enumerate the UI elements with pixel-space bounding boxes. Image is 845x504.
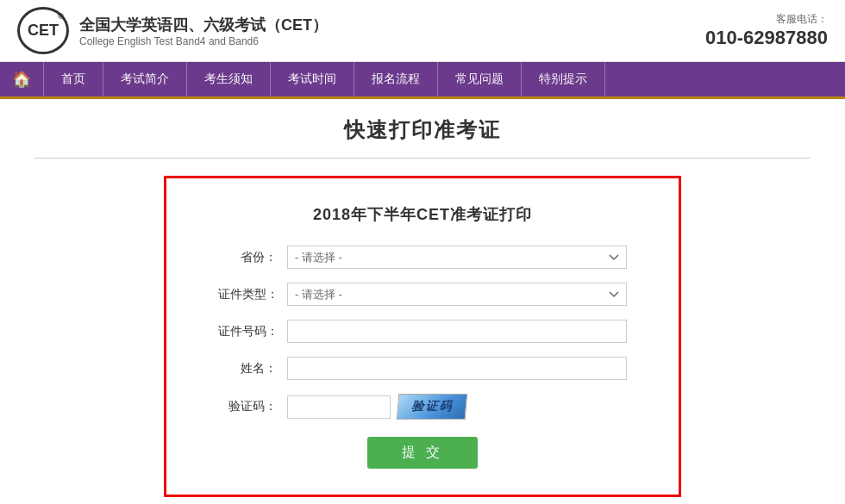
contact-label: 客服电话：: [705, 12, 828, 27]
nav-item-faq[interactable]: 常见问题: [438, 62, 522, 96]
navbar: 🏠 首页 考试简介 考生须知 考试时间 报名流程 常见问题 特别提示: [0, 62, 845, 96]
cert-number-control: [287, 320, 627, 343]
form-container: 2018年下半年CET准考证打印 省份： - 请选择 - 证件类型： - 请选择…: [164, 176, 681, 497]
submit-button[interactable]: 提 交: [367, 437, 478, 469]
province-label: 省份：: [218, 250, 287, 265]
site-title-cn: 全国大学英语四、六级考试（CET）: [79, 15, 328, 35]
cert-number-input[interactable]: [287, 320, 627, 343]
province-row: 省份： - 请选择 -: [218, 246, 627, 269]
logo-area: CET ® 全国大学英语四、六级考试（CET） College English …: [17, 7, 328, 54]
main-content: 快速打印准考证 2018年下半年CET准考证打印 省份： - 请选择 - 证件类…: [0, 99, 845, 504]
captcha-control: 验证码: [287, 394, 627, 420]
province-control: - 请选择 -: [287, 246, 627, 269]
captcha-label: 验证码：: [218, 399, 287, 414]
name-control: [287, 357, 627, 380]
cert-type-row: 证件类型： - 请选择 -: [218, 283, 627, 306]
nav-item-home[interactable]: 首页: [44, 62, 103, 96]
cet-logo: CET ®: [17, 7, 69, 54]
nav-item-intro[interactable]: 考试简介: [103, 62, 187, 96]
page-title: 快速打印准考证: [34, 116, 811, 144]
logo-text-area: 全国大学英语四、六级考试（CET） College English Test B…: [79, 15, 328, 47]
cert-type-label: 证件类型：: [218, 287, 287, 302]
cert-type-select[interactable]: - 请选择 -: [287, 283, 627, 306]
nav-home-icon[interactable]: 🏠: [0, 62, 44, 96]
site-title-en: College English Test Band4 and Band6: [79, 35, 328, 47]
nav-item-notice[interactable]: 考生须知: [187, 62, 271, 96]
captcha-row: 验证码： 验证码: [218, 394, 627, 420]
site-header: CET ® 全国大学英语四、六级考试（CET） College English …: [0, 0, 845, 62]
cert-number-label: 证件号码：: [218, 324, 287, 339]
nav-item-time[interactable]: 考试时间: [271, 62, 354, 96]
name-input[interactable]: [287, 357, 627, 380]
logo-cet-text: CET: [28, 22, 59, 40]
form-title: 2018年下半年CET准考证打印: [218, 204, 627, 225]
contact-phone: 010-62987880: [705, 27, 828, 49]
contact-area: 客服电话： 010-62987880: [705, 12, 828, 49]
province-select[interactable]: - 请选择 -: [287, 246, 627, 269]
cert-number-row: 证件号码：: [218, 320, 627, 343]
cert-type-control: - 请选择 -: [287, 283, 627, 306]
logo-registered: ®: [58, 12, 64, 21]
captcha-group: 验证码: [287, 394, 627, 420]
captcha-image[interactable]: 验证码: [397, 394, 468, 420]
title-divider: [34, 158, 811, 159]
nav-item-special[interactable]: 特别提示: [522, 62, 605, 96]
captcha-input[interactable]: [287, 395, 391, 419]
name-row: 姓名：: [218, 357, 627, 380]
name-label: 姓名：: [218, 361, 287, 376]
nav-item-register[interactable]: 报名流程: [354, 62, 438, 96]
